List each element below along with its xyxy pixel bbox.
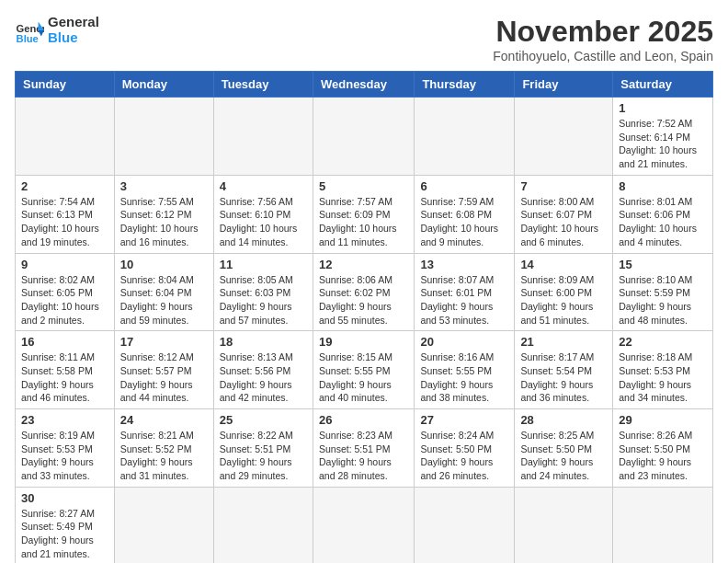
day-info: Sunrise: 8:25 AM Sunset: 5:50 PM Dayligh…: [520, 429, 607, 483]
calendar-cell: [16, 98, 115, 176]
day-number: 16: [21, 335, 108, 349]
day-info: Sunrise: 8:01 AM Sunset: 6:06 PM Dayligh…: [619, 195, 707, 249]
calendar-cell: [114, 98, 213, 176]
calendar-cell: [415, 98, 515, 176]
day-info: Sunrise: 8:17 AM Sunset: 5:54 PM Dayligh…: [520, 350, 607, 405]
day-number: 23: [21, 413, 108, 427]
logo-blue-text: Blue: [48, 30, 99, 46]
day-number: 22: [619, 335, 707, 349]
calendar-cell: [213, 98, 313, 176]
calendar-cell: 3Sunrise: 7:55 AM Sunset: 6:12 PM Daylig…: [114, 175, 213, 253]
day-number: 7: [520, 179, 607, 193]
day-info: Sunrise: 8:09 AM Sunset: 6:00 PM Dayligh…: [520, 273, 607, 327]
calendar-cell: 4Sunrise: 7:56 AM Sunset: 6:10 PM Daylig…: [213, 175, 313, 253]
day-info: Sunrise: 7:59 AM Sunset: 6:08 PM Dayligh…: [420, 195, 508, 249]
day-number: 12: [319, 258, 408, 271]
calendar-week-1: 1Sunrise: 7:52 AM Sunset: 6:14 PM Daylig…: [16, 98, 713, 176]
calendar-cell: 14Sunrise: 8:09 AM Sunset: 6:00 PM Dayli…: [515, 253, 613, 331]
day-number: 24: [120, 413, 208, 427]
day-number: 20: [420, 335, 508, 349]
day-number: 29: [619, 413, 707, 427]
calendar-cell: [114, 487, 213, 563]
day-info: Sunrise: 8:18 AM Sunset: 5:53 PM Dayligh…: [619, 350, 707, 405]
calendar-cell: 5Sunrise: 7:57 AM Sunset: 6:09 PM Daylig…: [313, 175, 414, 253]
day-number: 27: [420, 413, 508, 427]
day-info: Sunrise: 7:56 AM Sunset: 6:10 PM Dayligh…: [220, 195, 307, 249]
calendar-cell: 12Sunrise: 8:06 AM Sunset: 6:02 PM Dayli…: [313, 253, 414, 331]
logo-general-text: General: [48, 15, 99, 30]
calendar-cell: 9Sunrise: 8:02 AM Sunset: 6:05 PM Daylig…: [16, 253, 115, 331]
calendar-week-6: 30Sunrise: 8:27 AM Sunset: 5:49 PM Dayli…: [16, 487, 713, 563]
day-number: 30: [21, 491, 108, 505]
day-number: 26: [319, 413, 408, 427]
calendar-week-2: 2Sunrise: 7:54 AM Sunset: 6:13 PM Daylig…: [16, 175, 713, 253]
calendar-header-monday: Monday: [114, 72, 213, 98]
day-number: 9: [21, 258, 108, 271]
day-number: 1: [619, 101, 707, 115]
calendar-week-5: 23Sunrise: 8:19 AM Sunset: 5:53 PM Dayli…: [16, 409, 713, 488]
calendar-cell: [415, 487, 515, 563]
calendar-cell: 25Sunrise: 8:22 AM Sunset: 5:51 PM Dayli…: [213, 409, 313, 488]
day-info: Sunrise: 7:52 AM Sunset: 6:14 PM Dayligh…: [619, 117, 707, 171]
day-number: 19: [319, 335, 408, 349]
day-info: Sunrise: 8:00 AM Sunset: 6:07 PM Dayligh…: [520, 195, 607, 249]
day-number: 3: [120, 179, 208, 193]
calendar-cell: [313, 487, 414, 563]
day-info: Sunrise: 7:55 AM Sunset: 6:12 PM Dayligh…: [120, 195, 208, 249]
calendar-cell: 22Sunrise: 8:18 AM Sunset: 5:53 PM Dayli…: [613, 331, 713, 409]
location-subtitle: Fontihoyuelo, Castille and Leon, Spain: [493, 49, 713, 63]
calendar-header-friday: Friday: [515, 72, 613, 98]
day-info: Sunrise: 8:12 AM Sunset: 5:57 PM Dayligh…: [120, 350, 208, 405]
day-number: 15: [619, 258, 707, 271]
day-number: 8: [619, 179, 707, 193]
calendar-table: SundayMondayTuesdayWednesdayThursdayFrid…: [15, 71, 713, 563]
day-info: Sunrise: 8:04 AM Sunset: 6:04 PM Dayligh…: [120, 273, 208, 327]
day-info: Sunrise: 8:06 AM Sunset: 6:02 PM Dayligh…: [319, 273, 408, 327]
day-number: 11: [220, 258, 307, 271]
day-number: 28: [520, 413, 607, 427]
day-number: 2: [21, 179, 108, 193]
day-number: 10: [120, 258, 208, 271]
calendar-cell: 30Sunrise: 8:27 AM Sunset: 5:49 PM Dayli…: [16, 487, 115, 563]
calendar-week-3: 9Sunrise: 8:02 AM Sunset: 6:05 PM Daylig…: [16, 253, 713, 331]
calendar-cell: [515, 98, 613, 176]
day-number: 14: [520, 258, 607, 271]
day-info: Sunrise: 8:22 AM Sunset: 5:51 PM Dayligh…: [220, 429, 307, 483]
calendar-cell: [613, 487, 713, 563]
logo-icon: General Blue: [15, 16, 44, 45]
day-number: 25: [220, 413, 307, 427]
calendar-cell: [313, 98, 414, 176]
calendar-header-tuesday: Tuesday: [213, 72, 313, 98]
calendar-cell: 24Sunrise: 8:21 AM Sunset: 5:52 PM Dayli…: [114, 409, 213, 488]
calendar-cell: 13Sunrise: 8:07 AM Sunset: 6:01 PM Dayli…: [415, 253, 515, 331]
calendar-cell: [515, 487, 613, 563]
header: General Blue General Blue November 2025 …: [15, 15, 713, 63]
calendar-cell: 27Sunrise: 8:24 AM Sunset: 5:50 PM Dayli…: [415, 409, 515, 488]
calendar-header-thursday: Thursday: [415, 72, 515, 98]
day-number: 13: [420, 258, 508, 271]
day-info: Sunrise: 8:26 AM Sunset: 5:50 PM Dayligh…: [619, 429, 707, 483]
day-number: 17: [120, 335, 208, 349]
day-number: 6: [420, 179, 508, 193]
calendar-cell: [213, 487, 313, 563]
day-info: Sunrise: 8:24 AM Sunset: 5:50 PM Dayligh…: [420, 429, 508, 483]
day-info: Sunrise: 7:57 AM Sunset: 6:09 PM Dayligh…: [319, 195, 408, 249]
day-info: Sunrise: 8:19 AM Sunset: 5:53 PM Dayligh…: [21, 429, 108, 483]
svg-text:Blue: Blue: [17, 32, 39, 43]
calendar-cell: 8Sunrise: 8:01 AM Sunset: 6:06 PM Daylig…: [613, 175, 713, 253]
day-info: Sunrise: 8:23 AM Sunset: 5:51 PM Dayligh…: [319, 429, 408, 483]
logo: General Blue General Blue: [15, 15, 99, 45]
calendar-cell: 19Sunrise: 8:15 AM Sunset: 5:55 PM Dayli…: [313, 331, 414, 409]
day-info: Sunrise: 8:15 AM Sunset: 5:55 PM Dayligh…: [319, 350, 408, 405]
calendar-cell: 16Sunrise: 8:11 AM Sunset: 5:58 PM Dayli…: [16, 331, 115, 409]
day-info: Sunrise: 8:16 AM Sunset: 5:55 PM Dayligh…: [420, 350, 508, 405]
calendar-cell: 28Sunrise: 8:25 AM Sunset: 5:50 PM Dayli…: [515, 409, 613, 488]
calendar-cell: 6Sunrise: 7:59 AM Sunset: 6:08 PM Daylig…: [415, 175, 515, 253]
day-info: Sunrise: 8:10 AM Sunset: 5:59 PM Dayligh…: [619, 273, 707, 327]
day-info: Sunrise: 8:02 AM Sunset: 6:05 PM Dayligh…: [21, 273, 108, 327]
day-info: Sunrise: 7:54 AM Sunset: 6:13 PM Dayligh…: [21, 195, 108, 249]
calendar-cell: 17Sunrise: 8:12 AM Sunset: 5:57 PM Dayli…: [114, 331, 213, 409]
calendar-week-4: 16Sunrise: 8:11 AM Sunset: 5:58 PM Dayli…: [16, 331, 713, 409]
calendar-cell: 23Sunrise: 8:19 AM Sunset: 5:53 PM Dayli…: [16, 409, 115, 488]
calendar-cell: 20Sunrise: 8:16 AM Sunset: 5:55 PM Dayli…: [415, 331, 515, 409]
